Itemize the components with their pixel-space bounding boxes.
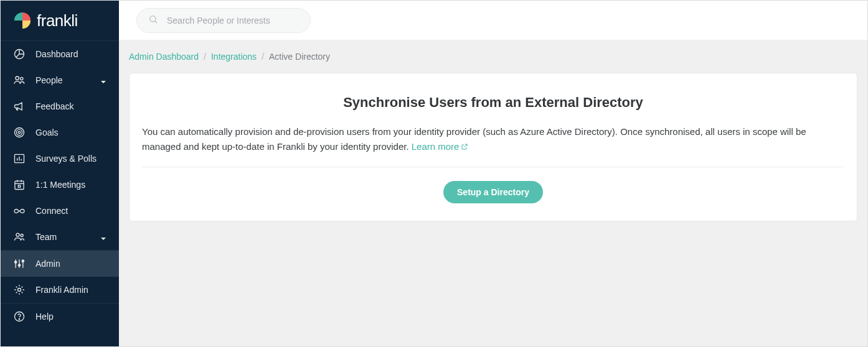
sliders-icon [13,257,26,270]
logo-icon [13,11,32,30]
team-icon [13,231,26,243]
sidebar-item-surveys-polls[interactable]: Surveys & Polls [1,146,119,172]
sidebar-item-label: Frankli Admin [35,285,88,295]
main: Admin Dashboard/Integrations/Active Dire… [119,1,867,346]
sidebar-item-label: Goals [35,127,59,137]
breadcrumb-active-directory: Active Directory [269,52,330,62]
sidebar-item-label: Connect [35,206,68,216]
sidebar-item-label: Dashboard [35,49,78,59]
sidebar-item-label: Admin [35,259,60,269]
calendar-icon [13,178,26,191]
sidebar-item-label: People [35,75,63,85]
brand-logo[interactable]: frankli [1,1,119,40]
infinity-icon [13,205,26,217]
pie-icon [13,48,26,60]
sidebar: frankli DashboardPeopleFeedbackGoalsSurv… [1,1,119,346]
sidebar-item-connect[interactable]: Connect [1,198,119,224]
sidebar-item-help[interactable]: Help [1,303,119,330]
brand-name: frankli [37,11,78,30]
learn-more-link[interactable]: Learn more [412,141,469,152]
sidebar-item-dashboard[interactable]: Dashboard [1,41,119,67]
sidebar-item-1-1-meetings[interactable]: 1:1 Meetings [1,172,119,198]
search-input[interactable] [167,16,299,25]
sidebar-item-goals[interactable]: Goals [1,119,119,146]
svg-line-1 [155,21,157,23]
topbar [119,1,867,40]
gear-icon [13,284,26,296]
breadcrumb: Admin Dashboard/Integrations/Active Dire… [129,40,857,73]
search-box[interactable] [136,8,311,33]
search-icon [148,14,167,27]
megaphone-icon [13,100,26,113]
external-link-icon [461,140,468,147]
sidebar-item-label: Surveys & Polls [35,154,97,164]
card-body: You can automatically provision and de-p… [142,124,844,154]
sidebar-nav: DashboardPeopleFeedbackGoalsSurveys & Po… [1,41,119,346]
sidebar-item-label: Feedback [35,101,73,111]
chart-icon [13,152,26,165]
directory-card: Synchronise Users from an External Direc… [129,73,857,221]
target-icon [13,126,26,139]
sidebar-item-team[interactable]: Team [1,224,119,250]
people-icon [13,74,26,86]
breadcrumb-admin-dashboard[interactable]: Admin Dashboard [129,52,199,62]
sidebar-item-label: Help [35,312,54,322]
divider [142,167,844,167]
sidebar-item-feedback[interactable]: Feedback [1,93,119,119]
sidebar-item-frankli-admin[interactable]: Frankli Admin [1,277,119,303]
chevron-down-icon [100,234,106,240]
card-title: Synchronise Users from an External Direc… [142,95,844,111]
svg-point-0 [150,16,156,21]
sidebar-item-label: 1:1 Meetings [35,180,85,190]
help-icon [13,310,26,323]
sidebar-item-people[interactable]: People [1,67,119,93]
sidebar-item-label: Team [35,232,57,242]
breadcrumb-integrations[interactable]: Integrations [211,52,257,62]
sidebar-item-admin[interactable]: Admin [1,251,119,277]
setup-directory-button[interactable]: Setup a Directory [443,181,543,203]
chevron-down-icon [100,77,106,83]
